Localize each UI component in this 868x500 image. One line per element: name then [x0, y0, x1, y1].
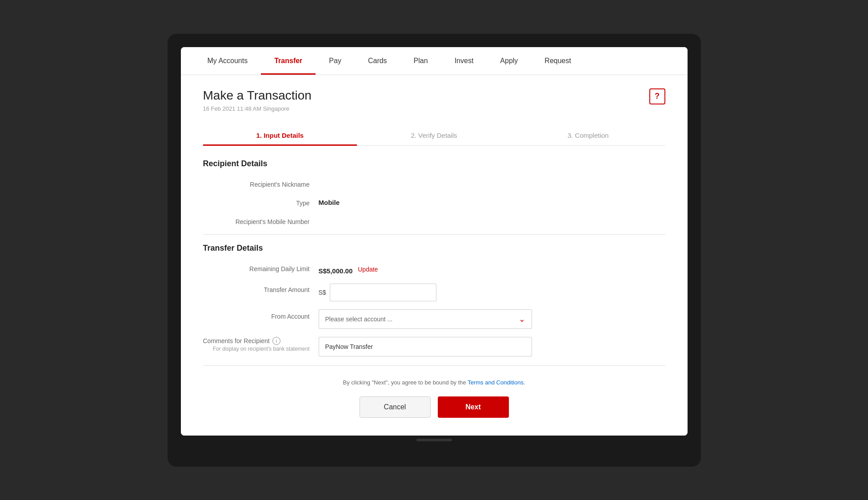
section-divider: [203, 234, 665, 235]
mobile-label: Recipient's Mobile Number: [203, 215, 319, 225]
transfer-details-section: Transfer Details Remaining Daily Limit S…: [203, 244, 665, 356]
bottom-divider: [203, 365, 665, 366]
nickname-label: Recipient's Nickname: [203, 177, 319, 188]
daily-limit-value-group: S$5,000.00 Update: [319, 262, 378, 275]
transfer-amount-row: Transfer Amount S$: [203, 283, 665, 301]
help-button[interactable]: ?: [649, 88, 665, 104]
nav-pay[interactable]: Pay: [316, 47, 355, 75]
comments-sub-label: For display on recipient's bank statemen…: [203, 346, 310, 352]
nav-my-accounts[interactable]: My Accounts: [194, 47, 261, 75]
daily-limit-value: S$5,000.00: [319, 264, 353, 275]
steps-container: 1. Input Details 2. Verify Details 3. Co…: [203, 125, 665, 146]
transfer-amount-label: Transfer Amount: [203, 283, 319, 293]
laptop-notch: [416, 439, 452, 441]
nav-request[interactable]: Request: [531, 47, 584, 75]
nav-apply[interactable]: Apply: [487, 47, 531, 75]
daily-limit-label: Remaining Daily Limit: [203, 262, 319, 272]
amount-input-group: S$: [319, 283, 436, 301]
comments-label: Comments for Recipient i: [203, 337, 310, 345]
recipient-details-title: Recipient Details: [203, 159, 665, 168]
nickname-row: Recipient's Nickname: [203, 177, 665, 188]
terms-link[interactable]: Terms and Conditions.: [468, 379, 525, 386]
transfer-amount-input[interactable]: [330, 284, 436, 301]
currency-label: S$: [319, 289, 326, 296]
nav-cards[interactable]: Cards: [355, 47, 400, 75]
cancel-button[interactable]: Cancel: [360, 396, 431, 418]
from-account-placeholder: Please select account ...: [325, 316, 393, 323]
page-subtitle: 16 Feb 2021 11:48 AM Singapore: [203, 105, 665, 112]
comments-label-group: Comments for Recipient i For display on …: [203, 337, 319, 352]
transfer-details-title: Transfer Details: [203, 244, 665, 253]
step-completion: 3. Completion: [511, 125, 665, 145]
type-row: Type Mobile: [203, 196, 665, 207]
step-verify-details: 2. Verify Details: [357, 125, 511, 145]
navigation: My Accounts Transfer Pay Cards Plan Inve…: [181, 47, 688, 75]
update-link[interactable]: Update: [358, 266, 378, 273]
daily-limit-row: Remaining Daily Limit S$5,000.00 Update: [203, 262, 665, 275]
next-button[interactable]: Next: [438, 396, 509, 418]
from-account-dropdown[interactable]: Please select account ... ⌄: [319, 309, 532, 329]
nav-plan[interactable]: Plan: [400, 47, 441, 75]
comments-input[interactable]: [319, 337, 532, 356]
mobile-row: Recipient's Mobile Number: [203, 215, 665, 225]
main-content: ? Make a Transaction 16 Feb 2021 11:48 A…: [181, 75, 688, 436]
type-value: Mobile: [319, 196, 340, 206]
nav-transfer[interactable]: Transfer: [261, 47, 316, 75]
dropdown-arrow-icon: ⌄: [519, 314, 525, 324]
from-account-row: From Account Please select account ... ⌄: [203, 309, 665, 329]
type-label: Type: [203, 196, 319, 207]
from-account-label: From Account: [203, 309, 319, 320]
nav-invest[interactable]: Invest: [441, 47, 487, 75]
comments-row: Comments for Recipient i For display on …: [203, 337, 665, 356]
button-row: Cancel Next: [203, 396, 665, 418]
terms-section: By clicking "Next", you agree to be boun…: [203, 375, 665, 386]
info-icon[interactable]: i: [272, 337, 280, 345]
page-title: Make a Transaction: [203, 88, 665, 103]
recipient-details-section: Recipient Details Recipient's Nickname T…: [203, 159, 665, 225]
step-input-details[interactable]: 1. Input Details: [203, 125, 357, 145]
